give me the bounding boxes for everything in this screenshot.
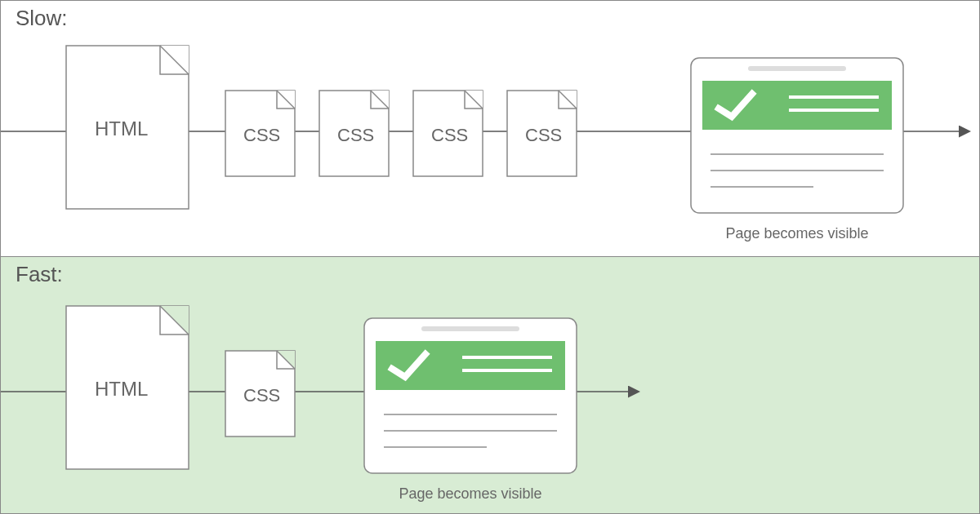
css-file-label: CSS: [525, 125, 562, 145]
html-file-icon: HTML: [66, 306, 189, 469]
html-file-label: HTML: [95, 117, 148, 140]
css-file-icon: CSS: [225, 91, 295, 176]
css-file-label: CSS: [243, 385, 280, 405]
css-file-label: CSS: [431, 125, 468, 145]
slow-caption: Page becomes visible: [691, 225, 903, 242]
fast-diagram: HTML CSS: [1, 257, 980, 514]
css-file-label: CSS: [243, 125, 280, 145]
browser-icon: [364, 318, 577, 473]
fast-row: Fast: HTML CSS: [0, 257, 980, 514]
fast-caption: Page becomes visible: [364, 485, 577, 503]
css-file-icon: CSS: [319, 91, 389, 176]
slow-row: Slow: HTML CSS: [0, 0, 980, 257]
css-file-icon: CSS: [507, 91, 577, 176]
browser-header: [702, 81, 892, 130]
html-file-label: HTML: [95, 378, 148, 400]
css-file-label: CSS: [337, 125, 374, 145]
slow-diagram: HTML CSS CSS CSS: [1, 1, 980, 258]
browser-header: [376, 341, 565, 390]
browser-top-slot: [748, 66, 846, 71]
browser-top-slot: [421, 326, 519, 331]
browser-icon: [691, 58, 903, 213]
css-file-icon: CSS: [413, 91, 483, 176]
css-file-icon: CSS: [225, 351, 295, 436]
html-file-icon: HTML: [66, 46, 189, 209]
